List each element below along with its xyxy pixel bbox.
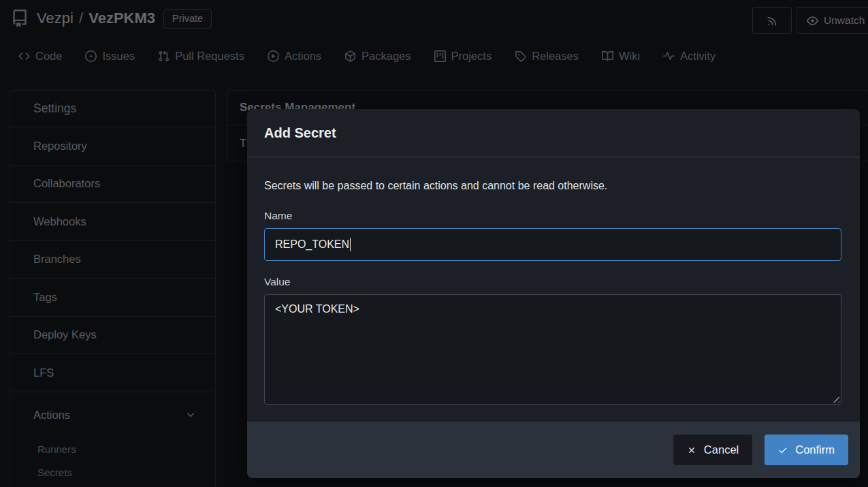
modal-description: Secrets will be passed to certain action… [264,180,843,192]
modal-header: Add Secret [247,109,860,157]
modal-title: Add Secret [264,125,336,141]
secret-name-value: REPO_TOKEN [275,238,349,251]
app-window: Vezpi / VezPKM3 Private Unwatch Code Iss… [0,0,868,487]
secret-name-input[interactable]: REPO_TOKEN [264,228,841,261]
text-caret [350,238,351,251]
modal-footer: Cancel Confirm [247,422,860,478]
secret-value-textarea[interactable]: <YOUR TOKEN> [264,294,841,405]
confirm-button[interactable]: Confirm [765,435,848,465]
name-field: Name REPO_TOKEN [264,210,843,261]
x-icon [687,445,696,455]
modal-body: Secrets will be passed to certain action… [247,157,860,405]
check-icon [778,445,788,455]
add-secret-modal: Add Secret Secrets will be passed to cer… [247,109,860,478]
name-label: Name [264,210,843,222]
value-label: Value [264,276,843,288]
cancel-label: Cancel [704,443,739,456]
confirm-label: Confirm [795,443,835,456]
value-field: Value <YOUR TOKEN> [264,276,843,405]
cancel-button[interactable]: Cancel [673,435,752,465]
